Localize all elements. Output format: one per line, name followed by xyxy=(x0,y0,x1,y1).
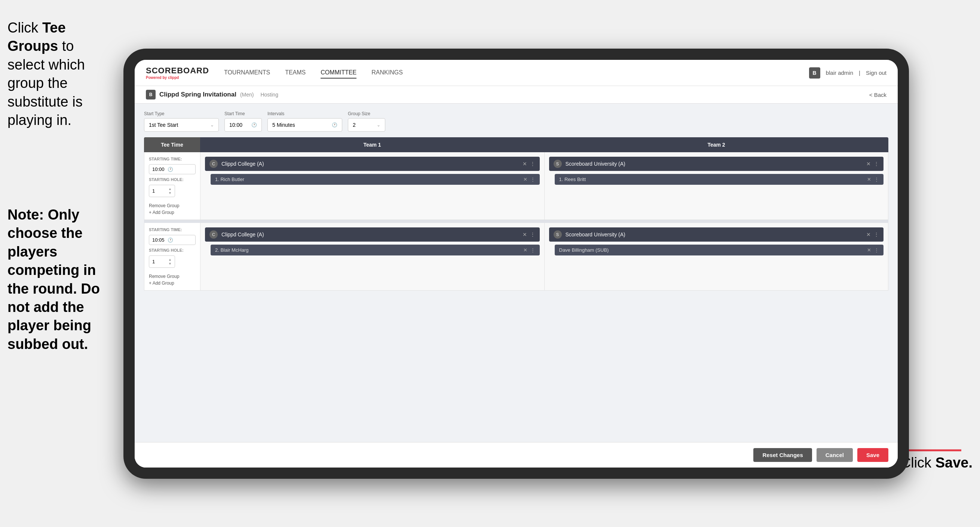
logo-powered: Powered by clippd xyxy=(146,76,209,80)
nav-tournaments[interactable]: TOURNAMENTS xyxy=(224,67,270,78)
player-card-1-1[interactable]: 1. Rich Butler ✕ ⋮ xyxy=(211,174,540,185)
admin-label: blair admin xyxy=(826,70,853,76)
nav-links: TOURNAMENTS TEAMS COMMITTEE RANKINGS xyxy=(224,67,809,78)
start-time-label: Start Time xyxy=(224,111,262,116)
logo-area: SCOREBOARD Powered by clippd xyxy=(146,66,209,80)
start-time-group: Start Time 10:00 🕐 xyxy=(224,111,262,132)
group-row-2: STARTING TIME: 10:05 🕐 STARTING HOLE: 1 … xyxy=(144,223,888,291)
team1-col-2: C Clippd College (A) ✕ ⋮ 2. Blair McHarg… xyxy=(200,223,545,290)
starting-time-label-1: STARTING TIME: xyxy=(149,157,196,161)
reset-button[interactable]: Reset Changes xyxy=(753,448,812,462)
th-team2: Team 2 xyxy=(544,137,888,152)
team2-col-2: S Scoreboard University (A) ✕ ⋮ Dave Bil… xyxy=(545,223,888,290)
intervals-input[interactable]: 5 Minutes 🕐 xyxy=(267,118,342,132)
team2-card-2[interactable]: S Scoreboard University (A) ✕ ⋮ xyxy=(549,228,884,242)
intervals-group: Intervals 5 Minutes 🕐 xyxy=(267,111,342,132)
player-controls-1-2: ✕ ⋮ xyxy=(523,247,535,253)
hole-input-2[interactable]: 1 ▲ ▼ xyxy=(149,255,175,268)
hole-input-1[interactable]: 1 ▲ ▼ xyxy=(149,185,175,197)
back-link[interactable]: < Back xyxy=(869,92,886,98)
player-card-1-2[interactable]: 2. Blair McHarg ✕ ⋮ xyxy=(211,245,540,255)
start-type-input[interactable]: 1st Tee Start ⌄ xyxy=(144,118,219,132)
team1-col-1: C Clippd College (A) ✕ ⋮ 1. Rich Butler … xyxy=(200,152,545,220)
group-size-arrow: ⌄ xyxy=(377,122,380,127)
intervals-clock-icon: 🕐 xyxy=(332,122,337,127)
nav-committee[interactable]: COMMITTEE xyxy=(321,67,356,78)
remove-group-link-2[interactable]: Remove Group xyxy=(149,274,196,279)
team2-name-2: Scoreboard University (A) xyxy=(566,231,863,237)
note-text: Note: Only choose the players competing … xyxy=(0,198,116,361)
team2-x-icon[interactable]: ✕ xyxy=(866,161,871,167)
breadcrumb-icon: B xyxy=(146,90,156,99)
player-sort-icon-2-1[interactable]: ⋮ xyxy=(874,177,879,182)
team1-card-2[interactable]: C Clippd College (A) ✕ ⋮ xyxy=(205,228,540,242)
team2-controls-2: ✕ ⋮ xyxy=(866,231,879,237)
action-links-1: Remove Group + Add Group xyxy=(149,203,196,215)
settings-row: Start Type 1st Tee Start ⌄ Start Time 10… xyxy=(135,103,898,137)
hole-up-icon-2: ▲ xyxy=(168,258,172,261)
team1-controls-2: ✕ ⋮ xyxy=(523,231,535,237)
player-x-icon-2-1[interactable]: ✕ xyxy=(867,177,871,182)
team2-x-icon-2[interactable]: ✕ xyxy=(866,231,871,237)
group-size-group: Group Size 2 ⌄ xyxy=(348,111,385,132)
add-group-link-1[interactable]: + Add Group xyxy=(149,210,196,215)
player-x-icon-1-1[interactable]: ✕ xyxy=(523,177,527,182)
group-separator xyxy=(144,220,888,223)
remove-group-link-1[interactable]: Remove Group xyxy=(149,203,196,209)
cancel-button[interactable]: Cancel xyxy=(816,448,853,462)
player-controls-2-1: ✕ ⋮ xyxy=(867,177,879,182)
team2-card-1[interactable]: S Scoreboard University (A) ✕ ⋮ xyxy=(549,157,884,171)
tee-time-col-1: STARTING TIME: 10:00 🕐 STARTING HOLE: 1 … xyxy=(145,152,200,220)
nav-bar: SCOREBOARD Powered by clippd TOURNAMENTS… xyxy=(135,60,898,86)
player-card-2-1[interactable]: 1. Rees Britt ✕ ⋮ xyxy=(555,174,884,185)
team2-sort-icon[interactable]: ⋮ xyxy=(874,161,879,167)
team1-sort-icon-2[interactable]: ⋮ xyxy=(530,231,535,237)
team1-card-1[interactable]: C Clippd College (A) ✕ ⋮ xyxy=(205,157,540,171)
action-links-2: Remove Group + Add Group xyxy=(149,274,196,286)
sign-out-link[interactable]: Sign out xyxy=(866,70,886,76)
th-tee-time: Tee Time xyxy=(144,137,200,152)
save-button[interactable]: Save xyxy=(858,448,888,462)
starting-time-label-2: STARTING TIME: xyxy=(149,228,196,232)
team2-col-1: S Scoreboard University (A) ✕ ⋮ 1. Rees … xyxy=(545,152,888,220)
team2-sort-icon-2[interactable]: ⋮ xyxy=(874,231,879,237)
group-size-input[interactable]: 2 ⌄ xyxy=(348,118,385,132)
hosting-tag: Hosting xyxy=(260,92,278,98)
team2-icon-1: S xyxy=(554,160,562,168)
time-input-2[interactable]: 10:05 🕐 xyxy=(149,235,196,245)
player-x-icon-1-2[interactable]: ✕ xyxy=(523,247,527,253)
logo-scoreboard: SCOREBOARD xyxy=(146,66,209,76)
time-icon-2: 🕐 xyxy=(167,237,173,243)
time-icon-1: 🕐 xyxy=(167,167,173,172)
time-input-1[interactable]: 10:00 🕐 xyxy=(149,164,196,174)
team1-name-1: Clippd College (A) xyxy=(221,161,519,167)
starting-hole-label-2: STARTING HOLE: xyxy=(149,248,196,253)
player-controls-2-2: ✕ ⋮ xyxy=(867,247,879,253)
player-card-2-2[interactable]: Dave Billingham (SUB) ✕ ⋮ xyxy=(555,245,884,255)
breadcrumb-bar: B Clippd Spring Invitational (Men) Hosti… xyxy=(135,86,898,103)
player-sort-icon-1-1[interactable]: ⋮ xyxy=(530,177,535,182)
nav-right: B blair admin | Sign out xyxy=(809,67,886,78)
team1-icon-2: C xyxy=(210,231,218,239)
table-header: Tee Time Team 1 Team 2 xyxy=(144,137,888,152)
player-sort-icon-2-2[interactable]: ⋮ xyxy=(874,247,879,253)
player-x-icon-2-2[interactable]: ✕ xyxy=(867,247,871,253)
player-sort-icon-1-2[interactable]: ⋮ xyxy=(530,247,535,253)
team1-icon-1: C xyxy=(210,160,218,168)
tablet-frame: SCOREBOARD Powered by clippd TOURNAMENTS… xyxy=(123,49,909,479)
nav-teams[interactable]: TEAMS xyxy=(285,67,305,78)
player-name-2-1: 1. Rees Britt xyxy=(559,177,864,182)
player-controls-1-1: ✕ ⋮ xyxy=(523,177,535,182)
team1-x-icon[interactable]: ✕ xyxy=(523,161,527,167)
add-group-link-2[interactable]: + Add Group xyxy=(149,280,196,286)
start-time-input[interactable]: 10:00 🕐 xyxy=(224,118,262,132)
hole-down-icon: ▼ xyxy=(168,191,172,195)
th-team1: Team 1 xyxy=(200,137,544,152)
start-time-clock-icon: 🕐 xyxy=(251,122,257,127)
breadcrumb-gender: (Men) xyxy=(240,92,254,98)
nav-rankings[interactable]: RANKINGS xyxy=(371,67,403,78)
team1-x-icon-2[interactable]: ✕ xyxy=(523,231,527,237)
team1-sort-icon[interactable]: ⋮ xyxy=(530,161,535,167)
intervals-label: Intervals xyxy=(267,111,342,116)
group-row: STARTING TIME: 10:00 🕐 STARTING HOLE: 1 … xyxy=(144,152,888,220)
